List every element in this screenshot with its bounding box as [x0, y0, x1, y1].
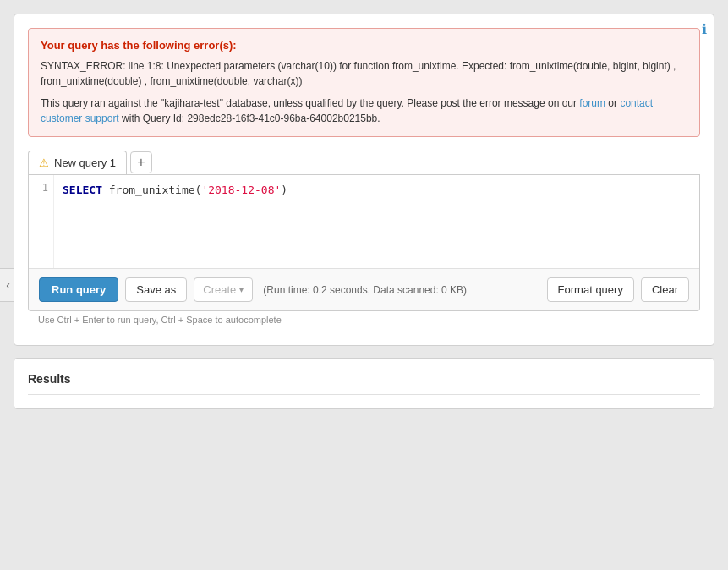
string-arg: '2018-12-08' — [201, 184, 281, 196]
error-info-before: This query ran against the "kajihara-tes… — [41, 97, 579, 109]
toolbar: Run query Save as Create ▾ (Run time: 0.… — [29, 268, 699, 310]
editor-area[interactable]: 1 SELECT from_unixtime('2018-12-08') — [29, 175, 699, 268]
create-label: Create — [203, 283, 236, 296]
add-tab-icon: + — [137, 155, 145, 170]
error-title: Your query has the following error(s): — [41, 39, 687, 52]
run-query-button[interactable]: Run query — [39, 277, 118, 302]
format-query-button[interactable]: Format query — [547, 277, 634, 302]
line-number: 1 — [29, 175, 54, 268]
chevron-down-icon: ▾ — [239, 285, 244, 294]
tab-new-query-1[interactable]: ⚠ New query 1 — [28, 151, 127, 174]
clear-button[interactable]: Clear — [641, 277, 689, 302]
error-info: This query ran against the "kajihara-tes… — [41, 96, 687, 126]
error-box: Your query has the following error(s): S… — [28, 28, 700, 137]
left-nav-icon: ‹ — [6, 278, 10, 292]
editor-content[interactable]: SELECT from_unixtime('2018-12-08') — [54, 175, 699, 268]
warning-icon: ⚠ — [39, 156, 49, 169]
results-title: Results — [28, 372, 700, 395]
query-editor-wrapper: 1 SELECT from_unixtime('2018-12-08') Run… — [28, 175, 700, 311]
hint-text: Use Ctrl + Enter to run query, Ctrl + Sp… — [28, 311, 700, 332]
run-info: (Run time: 0.2 seconds, Data scanned: 0 … — [263, 284, 467, 296]
add-tab-button[interactable]: + — [130, 151, 152, 173]
results-card: Results — [14, 358, 714, 409]
error-info-after: with Query Id: 298edc28-16f3-41c0-96ba-6… — [122, 112, 380, 124]
info-icon-button[interactable]: ℹ — [702, 21, 707, 37]
tabs-bar: ⚠ New query 1 + — [28, 151, 700, 175]
function-close-paren: ) — [281, 184, 287, 196]
tab-label: New query 1 — [54, 156, 116, 169]
keyword-select: SELECT — [63, 184, 102, 196]
forum-link[interactable]: forum — [579, 97, 605, 109]
function-from-unixtime: from_unixtime( — [109, 184, 202, 196]
error-message: SYNTAX_ERROR: line 1:8: Unexpected param… — [41, 58, 687, 89]
error-info-middle: or — [608, 97, 620, 109]
query-card: ℹ Your query has the following error(s):… — [14, 14, 714, 346]
save-as-button[interactable]: Save as — [125, 277, 187, 302]
create-button[interactable]: Create ▾ — [194, 277, 253, 302]
